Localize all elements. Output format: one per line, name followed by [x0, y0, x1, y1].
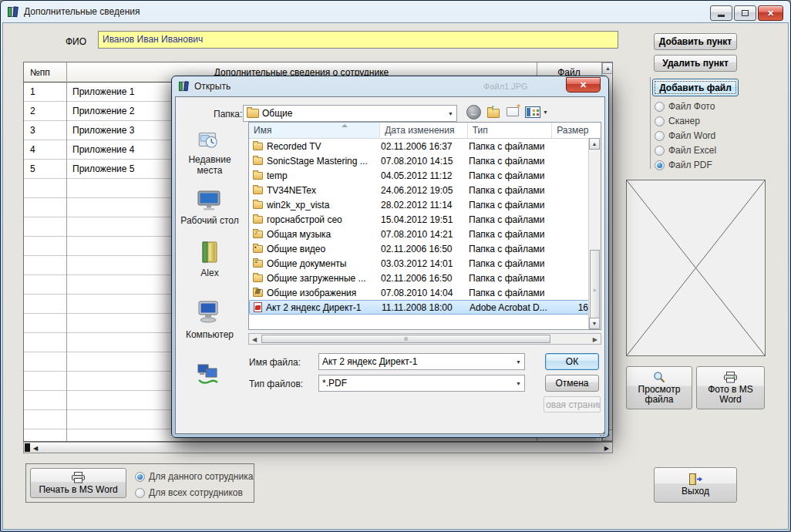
chevron-down-icon[interactable]: ▼: [448, 111, 453, 116]
up-folder-icon[interactable]: ↑: [487, 107, 500, 118]
hscroll-thumb[interactable]: [25, 443, 30, 452]
file-row[interactable]: SonicStage Mastering ... 07.08.2010 14:1…: [249, 153, 591, 168]
column-header-name[interactable]: Имя: [249, 123, 380, 138]
close-button[interactable]: ✕: [758, 5, 783, 21]
file-row[interactable]: TV34NETex 24.06.2012 19:05 Папка с файла…: [249, 183, 591, 197]
table-horizontal-scrollbar[interactable]: ◀ ▶: [23, 442, 613, 453]
add-file-button[interactable]: Добавить файл: [652, 79, 739, 96]
exit-button[interactable]: Выход: [654, 467, 737, 503]
new-page-button-clipped[interactable]: овая страниц: [544, 396, 601, 412]
cancel-button[interactable]: Отмена: [545, 375, 599, 392]
sidebar-item-computer[interactable]: Компьютер: [177, 329, 243, 340]
radio-icon[interactable]: [655, 102, 665, 112]
scroll-left-icon[interactable]: ◀: [252, 336, 257, 343]
scroll-right-icon[interactable]: ▶: [593, 336, 597, 343]
list-vertical-scrollbar[interactable]: ▲ ≡ ▼: [588, 138, 601, 329]
desktop-icon[interactable]: [197, 190, 221, 211]
file-row[interactable]: горснабстрой сео 15.04.2012 19:51 Папка …: [249, 212, 591, 227]
file-row[interactable]: ≡Общие документы 03.03.2012 14:01 Папка …: [249, 256, 591, 271]
dialog-close-button[interactable]: ✕: [566, 77, 601, 93]
chevron-down-icon[interactable]: ▼: [516, 381, 521, 386]
radio-icon[interactable]: [655, 146, 665, 156]
new-folder-icon[interactable]: [507, 107, 519, 116]
file-type: Папка с файлами: [469, 170, 554, 181]
user-folder-icon[interactable]: [198, 240, 221, 264]
file-name: Общие документы: [267, 258, 346, 269]
radio-file-photo[interactable]: Файл Фото: [655, 101, 715, 112]
magnifier-icon: [653, 371, 665, 383]
hscroll-thumb[interactable]: lll: [261, 335, 550, 343]
scroll-up-icon[interactable]: ▲: [602, 62, 613, 74]
column-header-type[interactable]: Тип: [468, 123, 553, 138]
chevron-down-icon[interactable]: ▼: [543, 109, 548, 115]
scroll-right-icon[interactable]: ▶: [604, 445, 609, 452]
back-icon[interactable]: ←: [466, 105, 481, 120]
column-header-size[interactable]: Размер: [552, 123, 601, 138]
fio-field[interactable]: Иванов Иван Иванович: [98, 31, 618, 49]
filename-label: Имя файла:: [249, 357, 301, 368]
delete-item-button[interactable]: Удалить пункт: [654, 55, 737, 72]
folder-label: Папка:: [214, 109, 242, 120]
scroll-up-icon[interactable]: ▲: [589, 138, 600, 150]
radio-icon-selected[interactable]: [655, 160, 665, 170]
radio-icon-selected[interactable]: [135, 472, 145, 482]
radio-file-word[interactable]: Файл Word: [655, 130, 715, 141]
radio-current-employee[interactable]: Для данного сотрудника: [135, 471, 253, 482]
views-icon[interactable]: [525, 106, 540, 118]
sidebar-item-desktop[interactable]: Рабочий стол: [177, 215, 243, 226]
file-name: TV34NETex: [267, 185, 316, 196]
column-header-date[interactable]: Дата изменения: [380, 123, 468, 138]
resize-grip-icon[interactable]: [597, 426, 604, 433]
file-row[interactable]: ▪Общие видео 02.11.2006 16:50 Папка с фа…: [249, 241, 591, 256]
recent-places-icon[interactable]: [195, 127, 221, 153]
filetype-combobox[interactable]: *.PDF ▼: [318, 375, 525, 392]
print-to-word-label: Печать в MS Word: [39, 485, 117, 495]
file-name: горснабстрой сео: [267, 214, 342, 225]
photo-to-word-button[interactable]: Фото в MS Word: [696, 366, 765, 409]
file-name: Recorded TV: [267, 141, 321, 152]
folder-combobox[interactable]: Общие ▼: [243, 105, 457, 122]
radio-icon[interactable]: [135, 488, 145, 498]
fio-label: ФИО: [66, 36, 86, 47]
file-row[interactable]: temp 04.05.2012 11:12 Папка с файлами: [249, 168, 591, 183]
print-to-word-button[interactable]: Печать в MS Word: [30, 468, 126, 498]
maximize-button[interactable]: [734, 5, 756, 21]
file-row-selected[interactable]: Акт 2 яндекс Директ-1 11.11.2008 18:00 A…: [249, 300, 591, 315]
scroll-left-icon[interactable]: ◀: [33, 445, 38, 452]
radio-scanner[interactable]: Сканер: [655, 116, 700, 126]
file-row[interactable]: Recorded TV 02.11.2006 16:37 Папка с фай…: [249, 139, 591, 153]
computer-icon[interactable]: [196, 299, 220, 324]
radio-label: Файл PDF: [668, 160, 712, 170]
filename-combobox[interactable]: Акт 2 яндекс Директ-1 ▼: [318, 353, 525, 370]
chevron-down-icon[interactable]: ▼: [516, 359, 521, 365]
view-file-button[interactable]: Просмотр файла: [626, 366, 692, 409]
file-type: Папка с файлами: [469, 156, 554, 167]
list-horizontal-scrollbar[interactable]: ◀ lll ▶: [248, 333, 601, 345]
folder-icon: [247, 109, 259, 118]
folder-icon: [253, 201, 263, 209]
radio-label: Сканер: [668, 116, 700, 126]
radio-icon[interactable]: [655, 131, 665, 141]
scroll-down-icon[interactable]: ▼: [589, 318, 600, 329]
pictures-folder-icon: ▦: [253, 289, 263, 297]
network-icon[interactable]: [197, 363, 220, 386]
file-row[interactable]: Общие загруженные ... 02.11.2006 16:50 П…: [249, 271, 591, 285]
column-header-npp: №пп: [30, 67, 50, 78]
radio-file-pdf[interactable]: Файл PDF: [655, 160, 712, 170]
file-row[interactable]: win2k_xp_vista 28.02.2012 11:14 Папка с …: [249, 197, 591, 212]
sidebar-item-alex[interactable]: Alex: [177, 268, 243, 278]
radio-all-employees[interactable]: Для всех сотрудников: [135, 487, 243, 498]
radio-file-excel[interactable]: Файл Excel: [655, 145, 716, 156]
ok-button[interactable]: ОК: [545, 353, 599, 370]
add-item-button[interactable]: Добавить пункт: [654, 33, 737, 50]
file-date: 02.11.2006 16:50: [381, 273, 469, 284]
file-row[interactable]: ♪Общая музыка 07.08.2010 14:21 Папка с ф…: [249, 227, 591, 241]
file-type: Папка с файлами: [469, 185, 554, 196]
minimize-button[interactable]: [710, 5, 732, 21]
radio-icon[interactable]: [655, 116, 665, 126]
exit-door-icon: [688, 473, 702, 485]
sidebar-item-recent-places[interactable]: Недавние места: [177, 154, 243, 176]
file-row[interactable]: ▦Общие изображения 07.08.2010 14:04 Папк…: [249, 285, 591, 300]
file-name: win2k_xp_vista: [267, 200, 329, 210]
file-name: temp: [267, 170, 288, 181]
